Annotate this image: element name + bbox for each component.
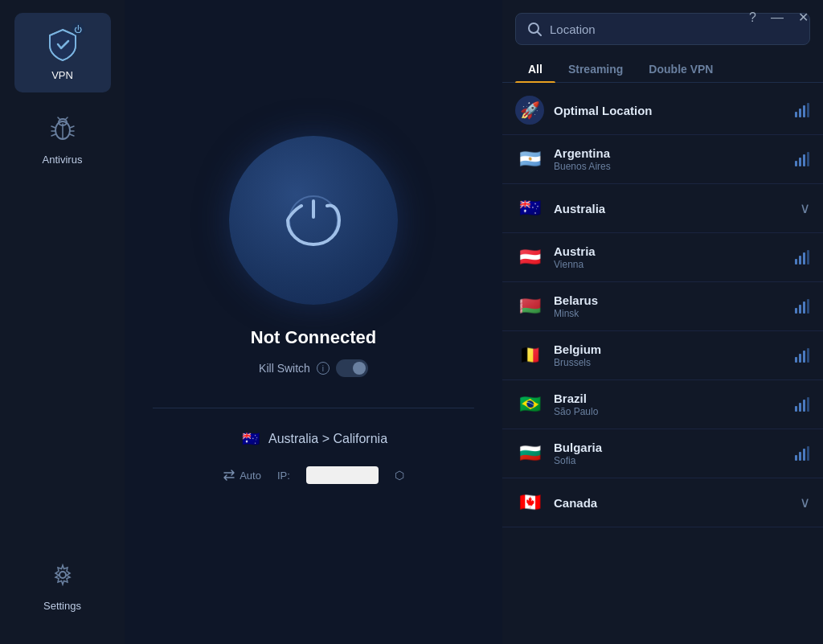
tab-all[interactable]: All [515, 56, 555, 82]
argentina-name: Argentina [554, 146, 794, 160]
location-item-belarus[interactable]: 🇧🇾 Belarus Minsk [502, 282, 823, 331]
australia-chevron-icon: ∨ [800, 199, 810, 217]
external-link-icon[interactable]: ⬡ [395, 469, 404, 482]
right-panel: All Streaming Double VPN 🚀 Optimal Locat… [502, 0, 823, 644]
bulgaria-flag: 🇧🇬 [515, 439, 544, 468]
belarus-name: Belarus [554, 293, 794, 307]
power-icon [281, 188, 346, 252]
help-button[interactable]: ? [749, 11, 756, 24]
svg-line-4 [51, 126, 55, 128]
bulgaria-info: Bulgaria Sofia [554, 441, 794, 466]
belarus-flag: 🇧🇾 [515, 292, 544, 321]
sidebar-item-antivirus[interactable]: Antivirus [14, 97, 111, 177]
australia-info: Australia [554, 202, 793, 215]
svg-rect-32 [795, 357, 797, 363]
svg-line-7 [70, 126, 74, 128]
close-button[interactable]: ✕ [798, 11, 809, 24]
svg-rect-43 [807, 446, 809, 461]
antivirus-icon-wrap [43, 109, 83, 149]
svg-rect-16 [795, 112, 797, 117]
optimal-signal-icon [794, 102, 810, 118]
optimal-name: Optimal Location [554, 104, 794, 117]
connect-button[interactable] [229, 136, 398, 305]
svg-rect-38 [803, 400, 805, 412]
svg-rect-41 [799, 452, 801, 461]
svg-rect-37 [799, 403, 801, 412]
austria-city: Vienna [554, 259, 794, 270]
canada-flag: 🇨🇦 [515, 488, 544, 517]
auto-button[interactable]: Auto [223, 469, 261, 482]
antivirus-bug-icon [48, 114, 77, 143]
location-item-brazil[interactable]: 🇧🇷 Brazil São Paulo [502, 380, 823, 429]
toggle-knob [353, 362, 366, 375]
kill-switch-toggle[interactable] [336, 359, 368, 377]
belarus-signal-icon [794, 298, 810, 314]
location-item-argentina[interactable]: 🇦🇷 Argentina Buenos Aires [502, 135, 823, 184]
location-item-australia[interactable]: 🇦🇺 Australia ∨ [502, 184, 823, 233]
main-panel: Not Connected Kill Switch i 🇦🇺 Australia… [125, 0, 502, 644]
belgium-name: Belgium [554, 343, 794, 356]
belgium-signal-icon [794, 347, 810, 363]
argentina-city: Buenos Aires [554, 161, 794, 172]
svg-line-15 [538, 32, 541, 35]
sidebar-item-settings[interactable]: Settings [14, 544, 111, 623]
austria-flag: 🇦🇹 [515, 243, 544, 272]
svg-rect-17 [799, 109, 801, 117]
svg-line-9 [70, 134, 74, 136]
selected-location-text: Australia > California [268, 432, 387, 446]
belgium-info: Belgium Brussels [554, 343, 794, 368]
bottom-bar: Auto IP: ⬡ [223, 466, 404, 484]
tab-streaming[interactable]: Streaming [555, 56, 636, 82]
ip-label: IP: [277, 470, 290, 482]
bulgaria-name: Bulgaria [554, 441, 794, 454]
minimize-button[interactable]: — [771, 11, 784, 24]
belgium-flag: 🇧🇪 [515, 341, 544, 370]
sidebar-item-vpn[interactable]: ⏻ VPN [14, 13, 111, 92]
sidebar-settings-area: Settings [0, 544, 125, 628]
location-item-belgium[interactable]: 🇧🇪 Belgium Brussels [502, 331, 823, 380]
bulgaria-signal-icon [794, 445, 810, 461]
ip-address-box [306, 466, 379, 484]
svg-rect-18 [803, 105, 805, 117]
brazil-name: Brazil [554, 392, 794, 405]
svg-rect-28 [795, 308, 797, 314]
belgium-city: Brussels [554, 357, 794, 368]
optimal-icon: 🚀 [515, 96, 544, 125]
argentina-flag: 🇦🇷 [515, 145, 544, 174]
titlebar: ? — ✕ [735, 0, 823, 35]
svg-rect-20 [795, 161, 797, 166]
svg-rect-42 [803, 449, 805, 461]
austria-signal-icon [794, 249, 810, 265]
svg-rect-19 [807, 103, 809, 117]
svg-rect-36 [795, 406, 797, 412]
svg-line-3 [65, 117, 68, 120]
svg-rect-23 [807, 152, 809, 166]
location-item-canada[interactable]: 🇨🇦 Canada ∨ [502, 478, 823, 527]
brazil-flag: 🇧🇷 [515, 390, 544, 419]
auto-label: Auto [240, 470, 261, 482]
location-item-bulgaria[interactable]: 🇧🇬 Bulgaria Sofia [502, 429, 823, 478]
belarus-city: Minsk [554, 308, 794, 319]
location-item-optimal[interactable]: 🚀 Optimal Location [502, 86, 823, 135]
svg-line-6 [51, 134, 55, 136]
svg-rect-29 [799, 305, 801, 314]
kill-switch-row: Kill Switch i [259, 359, 368, 377]
location-item-austria[interactable]: 🇦🇹 Austria Vienna [502, 233, 823, 282]
svg-rect-34 [803, 351, 805, 363]
brazil-signal-icon [794, 396, 810, 412]
canada-name: Canada [554, 496, 793, 510]
svg-rect-39 [807, 397, 809, 412]
svg-rect-40 [795, 455, 797, 461]
vpn-power-dot: ⏻ [72, 23, 84, 35]
canada-chevron-icon: ∨ [800, 494, 810, 511]
svg-rect-24 [795, 259, 797, 265]
sidebar-settings-label: Settings [43, 600, 81, 612]
canada-info: Canada [554, 496, 793, 510]
austria-info: Austria Vienna [554, 244, 794, 270]
connection-status: Not Connected [251, 327, 376, 348]
kill-switch-info-icon[interactable]: i [317, 362, 330, 375]
selected-location-row[interactable]: 🇦🇺 Australia > California [240, 428, 387, 450]
tab-double-vpn[interactable]: Double VPN [636, 56, 726, 82]
argentina-info: Argentina Buenos Aires [554, 146, 794, 172]
svg-rect-21 [799, 158, 801, 166]
